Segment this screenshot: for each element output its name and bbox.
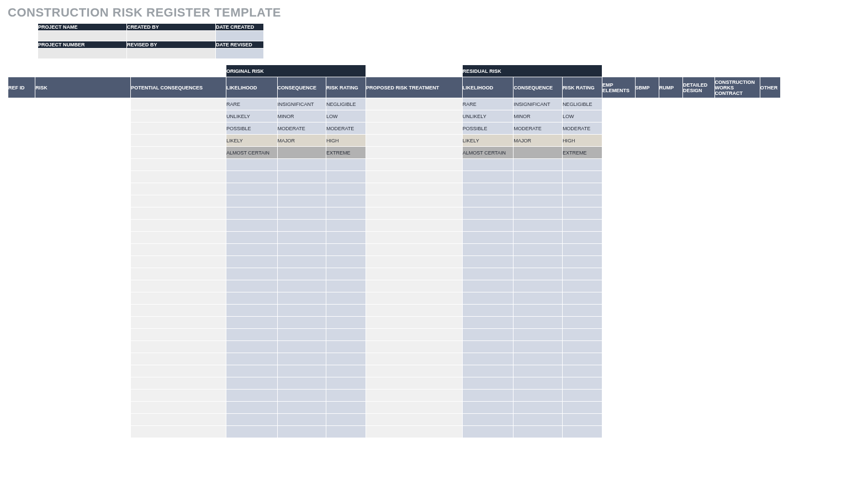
cell-emp-elements[interactable] — [602, 268, 635, 280]
cell-likelihood-residual[interactable] — [462, 195, 514, 207]
meta-value-project-name[interactable] — [38, 31, 127, 41]
cell-other[interactable] — [760, 171, 780, 183]
cell-likelihood-residual[interactable] — [462, 159, 514, 171]
cell-rating-residual[interactable] — [562, 292, 602, 305]
cell-ref-id[interactable] — [8, 377, 35, 390]
cell-rump[interactable] — [659, 207, 682, 220]
cell-other[interactable] — [760, 232, 780, 244]
cell-potential-consequences[interactable] — [131, 353, 226, 365]
cell-other[interactable] — [760, 268, 780, 280]
cell-sbmp[interactable] — [635, 122, 659, 135]
cell-potential-consequences[interactable] — [131, 171, 226, 183]
cell-other[interactable] — [760, 292, 780, 305]
cell-consequence-residual[interactable] — [514, 390, 562, 402]
cell-emp-elements[interactable] — [602, 414, 635, 426]
cell-proposed-treatment[interactable] — [366, 256, 463, 268]
cell-consequence-residual[interactable] — [514, 402, 562, 414]
cell-rating-original[interactable] — [326, 414, 366, 426]
cell-rating-original[interactable] — [326, 353, 366, 365]
cell-consequence-residual[interactable] — [514, 305, 562, 317]
cell-cwc[interactable] — [714, 426, 760, 438]
cell-cwc[interactable] — [714, 232, 760, 244]
cell-rating-residual[interactable] — [562, 402, 602, 414]
cell-ref-id[interactable] — [8, 292, 35, 305]
cell-rating-original[interactable]: HIGH — [326, 135, 366, 147]
cell-proposed-treatment[interactable] — [366, 98, 463, 110]
cell-rating-original[interactable] — [326, 426, 366, 438]
cell-risk[interactable] — [35, 317, 131, 329]
cell-potential-consequences[interactable] — [131, 147, 226, 159]
cell-consequence-original[interactable] — [277, 256, 326, 268]
cell-cwc[interactable] — [714, 207, 760, 220]
cell-rating-residual[interactable] — [562, 244, 602, 256]
cell-rump[interactable] — [659, 268, 682, 280]
cell-likelihood-residual[interactable] — [462, 244, 514, 256]
cell-emp-elements[interactable] — [602, 183, 635, 195]
cell-cwc[interactable] — [714, 280, 760, 292]
cell-proposed-treatment[interactable] — [366, 292, 463, 305]
cell-likelihood-original[interactable] — [226, 390, 277, 402]
cell-risk[interactable] — [35, 341, 131, 353]
cell-likelihood-original[interactable] — [226, 256, 277, 268]
cell-likelihood-residual[interactable] — [462, 232, 514, 244]
meta-value-revised-by[interactable] — [127, 49, 216, 59]
cell-likelihood-original[interactable]: RARE — [226, 98, 277, 110]
cell-risk[interactable] — [35, 195, 131, 207]
cell-rump[interactable] — [659, 220, 682, 232]
meta-value-date-revised[interactable] — [216, 49, 264, 59]
cell-risk[interactable] — [35, 147, 131, 159]
cell-consequence-residual[interactable] — [514, 317, 562, 329]
cell-potential-consequences[interactable] — [131, 232, 226, 244]
cell-other[interactable] — [760, 280, 780, 292]
cell-likelihood-residual[interactable] — [462, 377, 514, 390]
cell-rating-original[interactable] — [326, 365, 366, 377]
cell-cwc[interactable] — [714, 365, 760, 377]
cell-risk[interactable] — [35, 329, 131, 341]
cell-risk[interactable] — [35, 207, 131, 220]
cell-detailed-design[interactable] — [682, 122, 714, 135]
cell-emp-elements[interactable] — [602, 135, 635, 147]
cell-rump[interactable] — [659, 147, 682, 159]
cell-rating-residual[interactable] — [562, 317, 602, 329]
cell-consequence-original[interactable] — [277, 244, 326, 256]
cell-cwc[interactable] — [714, 147, 760, 159]
cell-ref-id[interactable] — [8, 220, 35, 232]
cell-potential-consequences[interactable] — [131, 207, 226, 220]
cell-cwc[interactable] — [714, 122, 760, 135]
cell-rump[interactable] — [659, 305, 682, 317]
cell-likelihood-residual[interactable] — [462, 292, 514, 305]
cell-other[interactable] — [760, 159, 780, 171]
cell-proposed-treatment[interactable] — [366, 305, 463, 317]
cell-likelihood-original[interactable] — [226, 365, 277, 377]
cell-emp-elements[interactable] — [602, 147, 635, 159]
cell-rating-residual[interactable] — [562, 280, 602, 292]
cell-risk[interactable] — [35, 426, 131, 438]
cell-likelihood-original[interactable] — [226, 377, 277, 390]
cell-rump[interactable] — [659, 341, 682, 353]
cell-rating-residual[interactable] — [562, 390, 602, 402]
cell-sbmp[interactable] — [635, 256, 659, 268]
cell-rating-residual[interactable] — [562, 426, 602, 438]
cell-rump[interactable] — [659, 377, 682, 390]
cell-emp-elements[interactable] — [602, 110, 635, 122]
cell-detailed-design[interactable] — [682, 159, 714, 171]
cell-other[interactable] — [760, 414, 780, 426]
cell-other[interactable] — [760, 402, 780, 414]
cell-likelihood-residual[interactable] — [462, 341, 514, 353]
cell-potential-consequences[interactable] — [131, 365, 226, 377]
cell-other[interactable] — [760, 377, 780, 390]
cell-consequence-residual[interactable] — [514, 183, 562, 195]
cell-rating-residual[interactable]: EXTREME — [562, 147, 602, 159]
cell-rump[interactable] — [659, 135, 682, 147]
cell-rating-original[interactable] — [326, 183, 366, 195]
cell-proposed-treatment[interactable] — [366, 365, 463, 377]
cell-potential-consequences[interactable] — [131, 426, 226, 438]
cell-potential-consequences[interactable] — [131, 220, 226, 232]
cell-consequence-residual[interactable] — [514, 268, 562, 280]
cell-risk[interactable] — [35, 390, 131, 402]
cell-consequence-original[interactable] — [277, 195, 326, 207]
cell-rating-original[interactable] — [326, 159, 366, 171]
cell-rump[interactable] — [659, 280, 682, 292]
cell-rating-residual[interactable] — [562, 232, 602, 244]
cell-consequence-residual[interactable]: MINOR — [514, 110, 562, 122]
